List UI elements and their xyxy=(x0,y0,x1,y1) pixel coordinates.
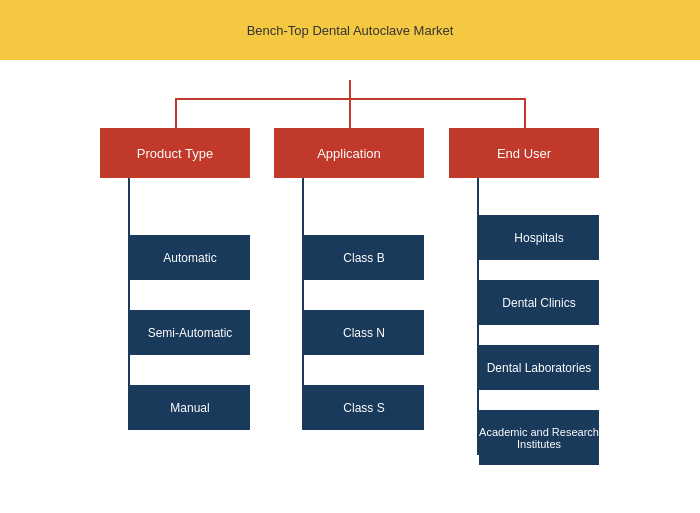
sub-manual: Manual xyxy=(130,385,250,430)
sub-class-b: Class B xyxy=(304,235,424,280)
sub-class-s: Class S xyxy=(304,385,424,430)
drop-line-application xyxy=(349,98,351,128)
sub-semi-automatic: Semi-Automatic xyxy=(130,310,250,355)
sub-class-n: Class N xyxy=(304,310,424,355)
chart-area: Product Type Application End User Automa… xyxy=(0,60,700,513)
sub-hospitals: Hospitals xyxy=(479,215,599,260)
header-banner: Bench-Top Dental Autoclave Market xyxy=(0,0,700,60)
drop-line-enduser xyxy=(524,98,526,128)
category-end-user: End User xyxy=(449,128,599,178)
drop-line-product xyxy=(175,98,177,128)
root-line-vertical xyxy=(349,80,351,100)
sub-dental-clinics: Dental Clinics xyxy=(479,280,599,325)
sub-automatic: Automatic xyxy=(130,235,250,280)
header-title: Bench-Top Dental Autoclave Market xyxy=(247,23,454,38)
sub-dental-laboratories: Dental Laboratories xyxy=(479,345,599,390)
category-application: Application xyxy=(274,128,424,178)
category-product-type: Product Type xyxy=(100,128,250,178)
sub-academic-institutes: Academic and Research Institutes xyxy=(479,410,599,465)
